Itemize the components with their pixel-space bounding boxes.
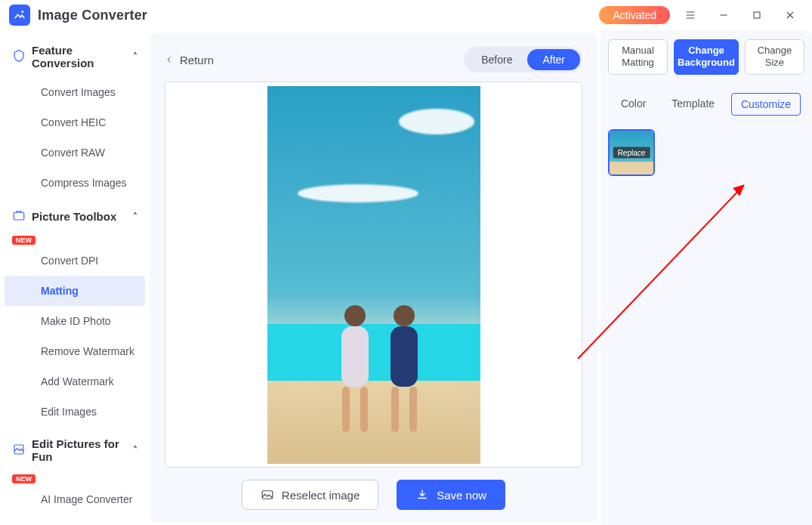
seg-after[interactable]: After	[527, 49, 580, 70]
sidebar-item-ai-image-converter[interactable]: AI Image Converter	[5, 484, 145, 514]
mode-manual-matting[interactable]: Manual Matting	[608, 39, 668, 75]
sidebar-item-convert-images[interactable]: Convert Images	[5, 77, 145, 107]
svg-rect-4	[262, 491, 273, 499]
svg-marker-6	[733, 185, 744, 196]
reselect-image-label: Reselect image	[282, 489, 360, 502]
mode-change-size[interactable]: Change Size	[745, 39, 804, 75]
hamburger-menu-icon[interactable]	[678, 2, 703, 28]
sidebar-head-feature-conversion[interactable]: Feature Conversion ˄	[0, 36, 150, 77]
reselect-image-button[interactable]: Reselect image	[242, 480, 378, 510]
sidebar-section-picture-toolbox: Picture Toolbox ˄ NEW Convert DPI Mattin…	[0, 201, 150, 427]
window-close-icon[interactable]	[777, 2, 803, 28]
window-minimize-icon[interactable]	[711, 2, 736, 28]
return-button[interactable]: Return	[165, 54, 214, 66]
title-bar: Image Converter Activated	[0, 0, 812, 30]
sidebar-item-remove-watermark[interactable]: Remove Watermark	[5, 336, 145, 366]
feature-conversion-icon	[12, 49, 26, 65]
seg-before[interactable]: Before	[466, 49, 527, 70]
tab-template[interactable]: Template	[662, 93, 724, 116]
chevron-left-icon	[165, 55, 174, 64]
tab-color[interactable]: Color	[612, 93, 655, 116]
right-panel: Manual Matting Change Background Change …	[601, 30, 812, 525]
sidebar-item-make-id-photo[interactable]: Make ID Photo	[5, 306, 145, 336]
image-icon	[261, 488, 274, 502]
new-badge: NEW	[12, 474, 36, 483]
sidebar-item-convert-dpi[interactable]: Convert DPI	[5, 246, 145, 276]
save-now-button[interactable]: Save now	[397, 480, 505, 510]
save-now-label: Save now	[437, 489, 486, 502]
download-icon	[415, 488, 429, 502]
background-thumbnail[interactable]: Replace	[608, 129, 655, 176]
return-label: Return	[180, 54, 214, 66]
preview-image	[267, 86, 480, 464]
window-maximize-icon[interactable]	[744, 2, 770, 28]
svg-rect-1	[754, 12, 760, 18]
app-logo	[9, 5, 30, 26]
sidebar-item-edit-images[interactable]: Edit Images	[5, 397, 145, 427]
sidebar-section-label: Edit Pictures for Fun	[32, 437, 127, 463]
chevron-up-icon: ˄	[133, 51, 137, 62]
sidebar-section-label: Picture Toolbox	[32, 210, 116, 223]
sidebar-section-label: Feature Conversion	[32, 44, 127, 69]
chevron-up-icon: ˄	[133, 212, 137, 222]
svg-rect-2	[14, 212, 24, 220]
sidebar-item-convert-raw[interactable]: Convert RAW	[5, 137, 145, 168]
mode-change-background[interactable]: Change Background	[674, 39, 739, 75]
annotation-arrow	[570, 170, 767, 366]
edit-for-fun-icon	[12, 443, 26, 459]
image-canvas	[165, 82, 582, 468]
sidebar-head-edit-for-fun[interactable]: Edit Pictures for Fun ˄	[0, 430, 150, 471]
sidebar-head-picture-toolbox[interactable]: Picture Toolbox ˄	[0, 201, 150, 232]
new-badge: NEW	[12, 236, 36, 245]
svg-line-5	[578, 185, 744, 359]
sidebar: Feature Conversion ˄ Convert Images Conv…	[0, 30, 150, 525]
tab-customize[interactable]: Customize	[731, 93, 801, 116]
sidebar-section-edit-for-fun: Edit Pictures for Fun ˄ NEW AI Image Con…	[0, 430, 150, 525]
sidebar-item-add-watermark[interactable]: Add Watermark	[5, 366, 145, 397]
svg-point-0	[21, 11, 23, 13]
sidebar-item-photo-restoration[interactable]: Photo Restoration	[5, 514, 145, 525]
picture-toolbox-icon	[12, 208, 26, 224]
sidebar-item-compress-images[interactable]: Compress Images	[5, 168, 145, 198]
thumbnail-replace-label: Replace	[613, 147, 650, 158]
sidebar-item-matting[interactable]: Matting	[5, 276, 145, 306]
sidebar-item-convert-heic[interactable]: Convert HEIC	[5, 107, 145, 137]
before-after-toggle: Before After	[464, 47, 582, 73]
sidebar-section-feature-conversion: Feature Conversion ˄ Convert Images Conv…	[0, 36, 150, 198]
app-title: Image Converter	[38, 8, 147, 23]
chevron-up-icon: ˄	[133, 445, 137, 456]
activated-pill: Activated	[599, 6, 670, 24]
editor-area: Return Before After Reselect image	[150, 33, 597, 522]
